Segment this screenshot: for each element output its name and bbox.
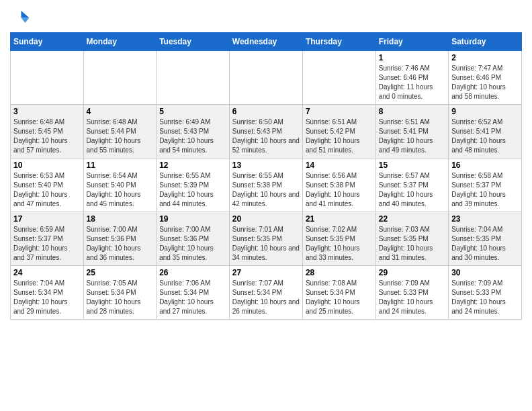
day-number: 30 <box>451 268 519 277</box>
day-info: Sunrise: 7:03 AM Sunset: 5:35 PM Dayligh… <box>379 225 445 263</box>
calendar-cell: 3Sunrise: 6:48 AM Sunset: 5:45 PM Daylig… <box>11 105 84 158</box>
calendar-cell: 14Sunrise: 6:56 AM Sunset: 5:38 PM Dayli… <box>302 158 375 212</box>
day-info: Sunrise: 6:49 AM Sunset: 5:43 PM Dayligh… <box>159 118 226 155</box>
svg-marker-1 <box>21 18 30 24</box>
calendar-cell: 21Sunrise: 7:02 AM Sunset: 5:35 PM Dayli… <box>302 212 375 266</box>
day-info: Sunrise: 6:51 AM Sunset: 5:41 PM Dayligh… <box>379 118 445 155</box>
calendar-cell: 23Sunrise: 7:04 AM Sunset: 5:35 PM Dayli… <box>449 212 522 266</box>
day-number: 1 <box>379 53 445 62</box>
day-number: 2 <box>451 53 519 62</box>
day-number: 3 <box>13 107 81 116</box>
calendar-cell: 29Sunrise: 7:09 AM Sunset: 5:33 PM Dayli… <box>375 266 448 320</box>
day-info: Sunrise: 7:07 AM Sunset: 5:34 PM Dayligh… <box>232 279 300 316</box>
calendar-header-row: SundayMondayTuesdayWednesdayThursdayFrid… <box>11 33 522 51</box>
calendar-cell: 15Sunrise: 6:57 AM Sunset: 5:37 PM Dayli… <box>375 158 448 212</box>
day-number: 24 <box>13 268 81 277</box>
day-number: 25 <box>87 268 154 277</box>
day-info: Sunrise: 7:09 AM Sunset: 5:33 PM Dayligh… <box>379 279 445 316</box>
calendar-cell <box>11 51 84 105</box>
calendar-week-row: 24Sunrise: 7:04 AM Sunset: 5:34 PM Dayli… <box>11 266 522 320</box>
day-number: 8 <box>379 107 445 116</box>
day-info: Sunrise: 7:05 AM Sunset: 5:34 PM Dayligh… <box>87 279 154 316</box>
day-number: 4 <box>87 107 154 116</box>
day-info: Sunrise: 7:01 AM Sunset: 5:35 PM Dayligh… <box>232 225 300 263</box>
day-info: Sunrise: 6:52 AM Sunset: 5:41 PM Dayligh… <box>451 118 519 155</box>
calendar-week-row: 17Sunrise: 6:59 AM Sunset: 5:37 PM Dayli… <box>11 212 522 266</box>
day-number: 20 <box>232 214 300 224</box>
day-info: Sunrise: 7:00 AM Sunset: 5:36 PM Dayligh… <box>87 225 154 263</box>
day-info: Sunrise: 7:08 AM Sunset: 5:34 PM Dayligh… <box>306 279 373 316</box>
day-number: 29 <box>379 268 445 277</box>
day-info: Sunrise: 6:53 AM Sunset: 5:40 PM Dayligh… <box>13 171 81 209</box>
calendar-week-row: 1Sunrise: 7:46 AM Sunset: 6:46 PM Daylig… <box>11 51 522 105</box>
calendar-cell: 1Sunrise: 7:46 AM Sunset: 6:46 PM Daylig… <box>375 51 448 105</box>
day-info: Sunrise: 7:04 AM Sunset: 5:34 PM Dayligh… <box>13 279 81 316</box>
svg-marker-0 <box>21 11 30 18</box>
day-number: 14 <box>306 161 373 170</box>
day-number: 13 <box>232 161 300 170</box>
day-number: 15 <box>379 161 445 170</box>
calendar-cell: 24Sunrise: 7:04 AM Sunset: 5:34 PM Dayli… <box>11 266 84 320</box>
day-number: 22 <box>379 214 445 224</box>
calendar-cell: 18Sunrise: 7:00 AM Sunset: 5:36 PM Dayli… <box>83 212 157 266</box>
day-number: 6 <box>232 107 300 116</box>
calendar-header-wednesday: Wednesday <box>229 33 302 51</box>
day-info: Sunrise: 6:50 AM Sunset: 5:43 PM Dayligh… <box>232 118 300 155</box>
calendar-cell: 20Sunrise: 7:01 AM Sunset: 5:35 PM Dayli… <box>229 212 302 266</box>
day-number: 19 <box>159 214 226 224</box>
calendar-header-saturday: Saturday <box>449 33 522 51</box>
day-number: 10 <box>13 161 81 170</box>
calendar-cell: 25Sunrise: 7:05 AM Sunset: 5:34 PM Dayli… <box>83 266 157 320</box>
day-number: 16 <box>451 161 519 170</box>
calendar-cell: 28Sunrise: 7:08 AM Sunset: 5:34 PM Dayli… <box>302 266 375 320</box>
calendar-cell: 10Sunrise: 6:53 AM Sunset: 5:40 PM Dayli… <box>11 158 84 212</box>
day-info: Sunrise: 6:55 AM Sunset: 5:38 PM Dayligh… <box>232 171 300 209</box>
calendar-cell: 9Sunrise: 6:52 AM Sunset: 5:41 PM Daylig… <box>449 105 522 158</box>
calendar-header-monday: Monday <box>83 33 157 51</box>
day-number: 26 <box>159 268 226 277</box>
day-info: Sunrise: 7:09 AM Sunset: 5:33 PM Dayligh… <box>451 279 519 316</box>
day-info: Sunrise: 7:00 AM Sunset: 5:36 PM Dayligh… <box>159 225 226 263</box>
page-header <box>10 7 522 27</box>
day-number: 28 <box>306 268 373 277</box>
logo <box>10 7 33 27</box>
calendar-cell: 2Sunrise: 7:47 AM Sunset: 6:46 PM Daylig… <box>449 51 522 105</box>
calendar-cell <box>229 51 302 105</box>
day-number: 27 <box>232 268 300 277</box>
day-number: 23 <box>451 214 519 224</box>
day-info: Sunrise: 6:59 AM Sunset: 5:37 PM Dayligh… <box>13 225 81 263</box>
calendar-cell: 8Sunrise: 6:51 AM Sunset: 5:41 PM Daylig… <box>375 105 448 158</box>
calendar-header-sunday: Sunday <box>11 33 84 51</box>
calendar-cell <box>157 51 230 105</box>
day-number: 17 <box>13 214 81 224</box>
calendar-cell: 6Sunrise: 6:50 AM Sunset: 5:43 PM Daylig… <box>229 105 302 158</box>
calendar-cell: 4Sunrise: 6:48 AM Sunset: 5:44 PM Daylig… <box>83 105 157 158</box>
day-number: 5 <box>159 107 226 116</box>
day-number: 7 <box>306 107 373 116</box>
day-info: Sunrise: 6:48 AM Sunset: 5:44 PM Dayligh… <box>87 118 154 155</box>
day-info: Sunrise: 6:51 AM Sunset: 5:42 PM Dayligh… <box>306 118 373 155</box>
calendar-cell: 5Sunrise: 6:49 AM Sunset: 5:43 PM Daylig… <box>157 105 230 158</box>
day-info: Sunrise: 7:47 AM Sunset: 6:46 PM Dayligh… <box>451 64 519 101</box>
day-info: Sunrise: 6:48 AM Sunset: 5:45 PM Dayligh… <box>13 118 81 155</box>
day-number: 12 <box>159 161 226 170</box>
day-info: Sunrise: 6:56 AM Sunset: 5:38 PM Dayligh… <box>306 171 373 209</box>
calendar-header-thursday: Thursday <box>302 33 375 51</box>
calendar-cell: 26Sunrise: 7:06 AM Sunset: 5:34 PM Dayli… <box>157 266 230 320</box>
day-number: 11 <box>87 161 154 170</box>
day-number: 9 <box>451 107 519 116</box>
calendar-cell <box>83 51 157 105</box>
day-number: 18 <box>87 214 154 224</box>
calendar-cell: 16Sunrise: 6:58 AM Sunset: 5:37 PM Dayli… <box>449 158 522 212</box>
day-info: Sunrise: 6:57 AM Sunset: 5:37 PM Dayligh… <box>379 171 445 209</box>
day-info: Sunrise: 6:54 AM Sunset: 5:40 PM Dayligh… <box>87 171 154 209</box>
day-info: Sunrise: 7:46 AM Sunset: 6:46 PM Dayligh… <box>379 64 445 101</box>
logo-icon <box>10 7 30 27</box>
day-info: Sunrise: 7:02 AM Sunset: 5:35 PM Dayligh… <box>306 225 373 263</box>
calendar-week-row: 3Sunrise: 6:48 AM Sunset: 5:45 PM Daylig… <box>11 105 522 158</box>
calendar-week-row: 10Sunrise: 6:53 AM Sunset: 5:40 PM Dayli… <box>11 158 522 212</box>
day-info: Sunrise: 6:55 AM Sunset: 5:39 PM Dayligh… <box>159 171 226 209</box>
calendar-header-tuesday: Tuesday <box>157 33 230 51</box>
calendar-cell: 30Sunrise: 7:09 AM Sunset: 5:33 PM Dayli… <box>449 266 522 320</box>
calendar-cell: 17Sunrise: 6:59 AM Sunset: 5:37 PM Dayli… <box>11 212 84 266</box>
